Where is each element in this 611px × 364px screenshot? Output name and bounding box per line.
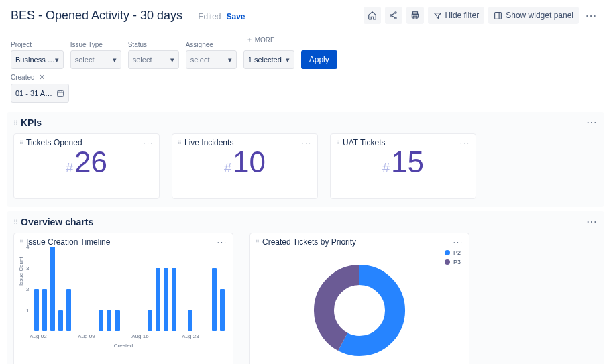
more-selected-select[interactable]: 1 selected▾: [243, 50, 294, 69]
card-overflow-icon[interactable]: ···: [302, 139, 312, 147]
y-tick: 3: [26, 265, 29, 271]
assignee-select[interactable]: select▾: [186, 50, 237, 69]
apply-button[interactable]: Apply: [301, 50, 337, 69]
bar: [107, 310, 111, 332]
bar: [156, 268, 160, 332]
bar: [34, 289, 39, 331]
bar: [220, 289, 225, 331]
section-overflow-icon[interactable]: ···: [587, 217, 598, 227]
overflow-icon[interactable]: ···: [583, 7, 600, 24]
legend-swatch-p3: [445, 259, 450, 265]
bar: [188, 310, 192, 332]
drag-handle-icon[interactable]: ⠿: [336, 140, 340, 146]
kpi-value: 26: [74, 147, 107, 177]
bar: [42, 289, 47, 331]
svg-point-0: [394, 12, 396, 13]
chevron-down-icon: ▾: [113, 56, 117, 64]
chart-legend: P2 P3: [445, 249, 461, 268]
bar: [164, 268, 168, 332]
kpi-title: Live Incidents: [184, 138, 233, 147]
created-label: Created: [11, 74, 35, 81]
drag-handle-icon[interactable]: ⠿: [178, 140, 182, 146]
bar-chart: Issue Count Created 1234Aug 02Aug 09Aug …: [19, 247, 227, 351]
chevron-down-icon: ▾: [55, 56, 59, 64]
save-button[interactable]: Save: [226, 12, 245, 21]
card-overflow-icon[interactable]: ···: [453, 238, 463, 246]
kpi-title: Tickets Opened: [26, 138, 82, 147]
kpi-value: 15: [391, 147, 424, 177]
donut-chart: P2 P3: [256, 247, 463, 364]
bar: [66, 289, 71, 331]
section-overflow-icon[interactable]: ···: [587, 118, 598, 127]
hide-filter-label: Hide filter: [445, 11, 480, 20]
show-widget-panel-button[interactable]: Show widget panel: [488, 7, 579, 24]
project-select[interactable]: Business …▾: [11, 50, 64, 69]
kpi-title: UAT Tickets: [343, 138, 386, 147]
svg-point-1: [390, 15, 391, 16]
card-overflow-icon[interactable]: ···: [217, 238, 227, 246]
status-label: Status: [128, 41, 179, 48]
drag-handle-icon[interactable]: ⠿: [19, 239, 23, 245]
share-icon[interactable]: [385, 7, 402, 24]
x-tick: Aug 23: [182, 333, 199, 339]
hash-icon: #: [224, 160, 231, 176]
kpi-card: ⠿Live Incidents···#10: [172, 133, 318, 199]
drag-handle-icon[interactable]: ⠿: [13, 219, 17, 226]
edited-indicator: — Edited: [188, 12, 221, 21]
drag-handle-icon[interactable]: ⠿: [13, 119, 17, 127]
bar: [115, 310, 119, 332]
bar: [212, 268, 217, 332]
legend-swatch-p2: [445, 250, 450, 255]
x-tick: Aug 16: [131, 333, 148, 339]
bar: [58, 310, 63, 332]
x-tick: Aug 09: [78, 333, 95, 339]
bar: [172, 268, 176, 332]
calendar-icon: [56, 89, 64, 97]
svg-rect-6: [495, 12, 502, 19]
show-panel-label: Show widget panel: [506, 11, 573, 20]
x-axis-label: Created: [114, 343, 133, 349]
priority-chart-card: ⠿ Created Tickets by Priority ··· P2 P3: [249, 233, 469, 364]
issue-type-label: Issue Type: [70, 41, 121, 48]
timeline-chart-card: ⠿ Issue Creation Timeline ··· Issue Coun…: [13, 233, 233, 364]
priority-chart-title: Created Tickets by Priority: [262, 237, 356, 247]
svg-point-2: [394, 17, 396, 19]
overview-section-title: Overview charts: [21, 217, 93, 227]
drag-handle-icon[interactable]: ⠿: [256, 239, 260, 245]
timeline-chart-title: Issue Creation Timeline: [26, 237, 110, 247]
card-overflow-icon[interactable]: ···: [144, 139, 154, 147]
more-filters-button[interactable]: ＋MORE: [243, 31, 294, 48]
bar: [99, 310, 103, 332]
kpi-card: ⠿UAT Tickets···#15: [330, 133, 476, 199]
home-icon[interactable]: [364, 7, 381, 24]
y-axis-label: Issue Count: [18, 257, 24, 286]
kpis-section-title: KPIs: [21, 117, 42, 128]
y-tick: 1: [26, 308, 29, 314]
bar: [50, 247, 55, 331]
x-tick: Aug 02: [30, 333, 46, 339]
chevron-down-icon: ▾: [170, 56, 174, 64]
page-title: BES - Opened Activity - 30 days: [11, 9, 182, 23]
plus-icon: ＋: [246, 35, 253, 44]
print-icon[interactable]: [406, 7, 424, 24]
hide-filter-button[interactable]: Hide filter: [428, 7, 485, 24]
y-tick: 2: [26, 286, 29, 292]
y-tick: 4: [26, 244, 29, 250]
kpi-value: 10: [233, 147, 266, 177]
assignee-label: Assignee: [186, 41, 237, 48]
drag-handle-icon[interactable]: ⠿: [19, 140, 23, 146]
hash-icon: #: [66, 160, 73, 176]
status-select[interactable]: select▾: [128, 50, 179, 69]
clear-created-icon[interactable]: ✕: [39, 73, 45, 82]
donut-slice: [324, 275, 395, 346]
chevron-down-icon: ▾: [228, 56, 232, 64]
bar: [148, 310, 152, 332]
svg-rect-8: [58, 91, 64, 97]
kpi-card: ⠿Tickets Opened···#26: [13, 133, 160, 199]
hash-icon: #: [382, 160, 390, 176]
created-date-select[interactable]: 01 - 31 A…: [11, 84, 69, 103]
card-overflow-icon[interactable]: ···: [460, 139, 470, 147]
chevron-down-icon: ▾: [286, 56, 290, 64]
project-label: Project: [11, 41, 64, 48]
issue-type-select[interactable]: select▾: [70, 50, 121, 69]
